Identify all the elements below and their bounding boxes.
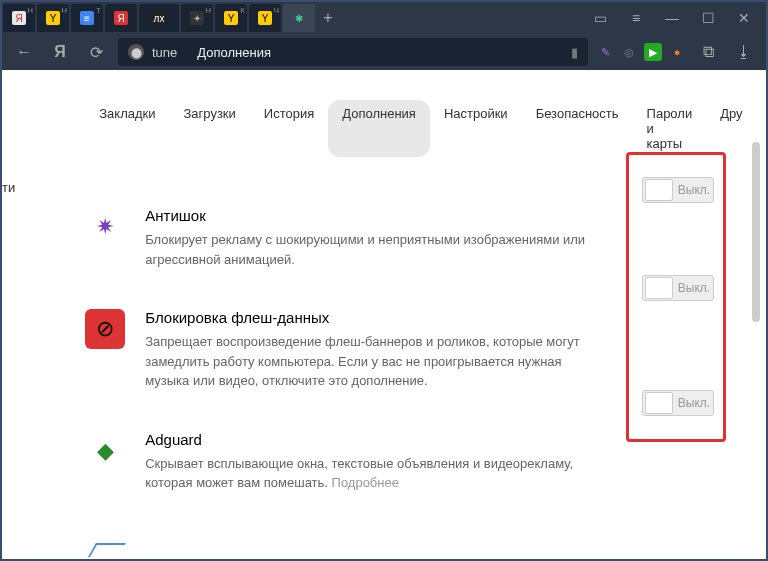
new-tab-button[interactable]: + — [316, 9, 340, 27]
tab-favicon: Я — [12, 11, 26, 25]
tab-label: Н — [205, 6, 211, 15]
tab-label: Т — [96, 6, 101, 15]
browser-tab-7[interactable]: YЧ — [249, 4, 281, 32]
addon-description: Скрывает всплывающие окна, текстовые объ… — [145, 454, 585, 493]
extension-icons: ✎◎▶● — [596, 43, 686, 61]
tab-favicon: ≡ — [80, 11, 94, 25]
left-cut-text: ти — [2, 70, 15, 559]
settings-tab-1[interactable]: Загрузки — [169, 100, 249, 157]
addr-path: tune — [152, 45, 177, 60]
extension-icon-0[interactable]: ✎ — [596, 43, 614, 61]
toggle-label: Выкл. — [675, 183, 713, 197]
browser-tabs: ЯНYН≡ТЯлх✦НYКYЧ✱ — [2, 2, 316, 34]
browser-tab-6[interactable]: YК — [215, 4, 247, 32]
close-button[interactable]: ✕ — [732, 6, 756, 30]
addr-title: Дополнения — [197, 45, 271, 60]
settings-nav: ЗакладкиЗагрузкиИсторияДополненияНастрой… — [85, 100, 756, 157]
addon-more-link[interactable]: Подробнее — [332, 475, 399, 490]
toggle-label: Выкл. — [675, 281, 713, 295]
reader-icon[interactable]: ▭ — [588, 6, 612, 30]
tab-favicon: Y — [46, 11, 60, 25]
tab-favicon: Y — [224, 11, 238, 25]
extension-icon-3[interactable]: ● — [668, 43, 686, 61]
extension-icon-1[interactable]: ◎ — [620, 43, 638, 61]
addon-toggle-1[interactable]: Выкл. — [642, 275, 714, 301]
browser-tab-1[interactable]: YН — [37, 4, 69, 32]
tab-favicon: лх — [152, 11, 166, 25]
address-bar[interactable]: ⬤ tune Дополнения ▮ — [118, 38, 588, 66]
settings-tab-3[interactable]: Дополнения — [328, 100, 430, 157]
copy-icon[interactable]: ⧉ — [694, 38, 722, 66]
download-icon[interactable]: ⭳ — [730, 38, 758, 66]
tab-favicon: ✱ — [292, 11, 306, 25]
minimize-button[interactable]: — — [660, 6, 684, 30]
settings-tab-6[interactable]: Пароли и карты — [633, 100, 707, 157]
tab-label: Н — [27, 6, 33, 15]
settings-tab-0[interactable]: Закладки — [85, 100, 169, 157]
scrollbar[interactable] — [752, 142, 760, 322]
settings-tab-2[interactable]: История — [250, 100, 328, 157]
addon-toggle-0[interactable]: Выкл. — [642, 177, 714, 203]
addon-icon: ✷ — [85, 207, 125, 247]
browser-tab-5[interactable]: ✦Н — [181, 4, 213, 32]
toggle-knob — [645, 179, 673, 201]
menu-icon[interactable]: ≡ — [624, 6, 648, 30]
tab-label: Н — [61, 6, 67, 15]
addon-title: Блокировка флеш-данных — [145, 309, 585, 326]
yandex-home-button[interactable]: Я — [46, 38, 74, 66]
titlebar-controls: ▭ ≡ — ☐ ✕ — [578, 6, 766, 30]
browser-tab-2[interactable]: ≡Т — [71, 4, 103, 32]
tab-label: Ч — [274, 6, 279, 15]
tab-label: К — [240, 6, 245, 15]
settings-tab-5[interactable]: Безопасность — [522, 100, 633, 157]
browser-navbar: ← Я ⟳ ⬤ tune Дополнения ▮ ✎◎▶● ⧉ ⭳ — [2, 34, 766, 70]
tab-favicon: Я — [114, 11, 128, 25]
tab-favicon: Y — [258, 11, 272, 25]
bookmark-icon[interactable]: ▮ — [571, 45, 578, 60]
addon-icon: ◆ — [85, 431, 125, 471]
back-button[interactable]: ← — [10, 38, 38, 66]
tab-favicon: ✦ — [190, 11, 204, 25]
maximize-button[interactable]: ☐ — [696, 6, 720, 30]
addon-icon: ⊘ — [85, 309, 125, 349]
toggle-knob — [645, 392, 673, 414]
addon-toggle-2[interactable]: Выкл. — [642, 390, 714, 416]
settings-tab-7[interactable]: Дру — [706, 100, 756, 157]
toggle-label: Выкл. — [675, 396, 713, 410]
browser-tab-0[interactable]: ЯН — [3, 4, 35, 32]
browser-tab-4[interactable]: лх — [139, 4, 179, 32]
browser-tab-3[interactable]: Я — [105, 4, 137, 32]
security-icon: ⬤ — [128, 44, 144, 60]
addon-title: Adguard — [145, 431, 585, 448]
settings-tab-4[interactable]: Настройки — [430, 100, 522, 157]
addon-title: Антишок — [145, 207, 585, 224]
extension-icon-2[interactable]: ▶ — [644, 43, 662, 61]
toggle-knob — [645, 277, 673, 299]
window-titlebar: ЯНYН≡ТЯлх✦НYКYЧ✱ + ▭ ≡ — ☐ ✕ — [2, 2, 766, 34]
browser-tab-8[interactable]: ✱ — [283, 4, 315, 32]
reload-button[interactable]: ⟳ — [82, 38, 110, 66]
addon-description: Блокирует рекламу с шокирующими и неприя… — [145, 230, 585, 269]
addon-description: Запрещает воспроизведение флеш-баннеров … — [145, 332, 585, 391]
